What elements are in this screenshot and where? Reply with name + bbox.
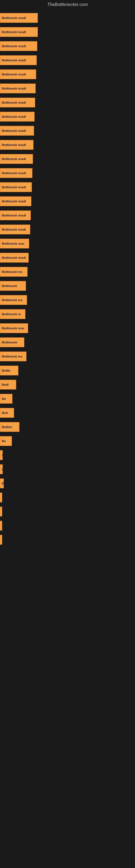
bottleneck-bar[interactable]: | bbox=[0, 450, 3, 460]
bar-row: Bottleneck res bbox=[0, 293, 135, 307]
bar-label: Bottleneck resu bbox=[2, 242, 24, 245]
bar-row: Bott bbox=[0, 406, 135, 420]
bottleneck-bar[interactable]: Bottleneck result bbox=[0, 140, 34, 150]
bottleneck-bar[interactable]: Bottl bbox=[0, 380, 16, 390]
bar-label: Bottleneck result bbox=[2, 157, 26, 161]
bottleneck-bar[interactable]: Bottleneck resu bbox=[0, 323, 28, 333]
bar-row: Bottleneck result bbox=[0, 166, 135, 180]
bar-row: Bottleneck res bbox=[0, 265, 135, 279]
bottleneck-bar[interactable]: Bottleneck bbox=[0, 281, 26, 291]
bar-row: Bottleneck resu bbox=[0, 321, 135, 335]
bar-label: Bottleneck result bbox=[2, 16, 26, 20]
bar-label: | bbox=[2, 468, 3, 471]
bar-label: Bottl bbox=[2, 383, 9, 386]
bottleneck-bar[interactable]: B bbox=[0, 478, 4, 488]
bar-row: Bottleneck result bbox=[0, 194, 135, 208]
bottleneck-bar[interactable]: Bottleneck result bbox=[0, 182, 32, 192]
bar-label: Bottleneck result bbox=[2, 172, 26, 175]
bar-row: Bottleneck result bbox=[0, 11, 135, 25]
bar-row: Bottleneck result bbox=[0, 67, 135, 82]
bar-label: Bottleneck result bbox=[2, 73, 26, 76]
bar-row: Bo bbox=[0, 392, 135, 406]
bar-row: Bottleneck result bbox=[0, 180, 135, 194]
bottleneck-bar[interactable]: Bottleneck resu bbox=[0, 239, 29, 248]
bar-row: Bottle bbox=[0, 364, 135, 378]
bottleneck-bar[interactable]: Bottleneck result bbox=[0, 55, 37, 65]
bar-label: Bottleneck result bbox=[2, 199, 26, 203]
bar-row: Bottleneck result bbox=[0, 82, 135, 95]
bar-label: Bottleneck result bbox=[2, 115, 26, 118]
bar-label: Bottleneck result bbox=[2, 256, 26, 259]
bar-label: Bottleneck bbox=[2, 341, 17, 344]
bar-row: Bottleneck result bbox=[0, 53, 135, 67]
bar-row bbox=[0, 490, 135, 504]
bar-label: Bottlen bbox=[2, 425, 12, 429]
bar-label: Bo bbox=[2, 439, 6, 443]
bar-label: Bottleneck result bbox=[2, 87, 26, 90]
bottleneck-bar[interactable] bbox=[0, 493, 2, 502]
bar-label: Bottleneck re bbox=[2, 312, 21, 316]
bar-row: Bottleneck result bbox=[0, 124, 135, 138]
bar-row: Bottl bbox=[0, 378, 135, 392]
bottleneck-bar[interactable]: Bottleneck result bbox=[0, 211, 31, 220]
bottleneck-bar[interactable]: Bottlen bbox=[0, 422, 19, 432]
bottleneck-bar[interactable] bbox=[0, 507, 2, 517]
bar-label: Bottleneck result bbox=[2, 44, 26, 48]
bottleneck-bar[interactable]: Bott bbox=[0, 408, 14, 418]
bottleneck-bar[interactable]: Bo bbox=[0, 436, 12, 446]
bar-row: Bottleneck bbox=[0, 335, 135, 349]
bar-label: Bottleneck result bbox=[2, 30, 26, 34]
bottleneck-bar[interactable]: Bottleneck result bbox=[0, 154, 33, 164]
bottleneck-bar[interactable]: Bottleneck result bbox=[0, 41, 37, 51]
bar-row: Bottleneck result bbox=[0, 251, 135, 265]
bottleneck-bar[interactable]: Bottleneck result bbox=[0, 69, 36, 79]
bar-row: Bottleneck result bbox=[0, 138, 135, 152]
bar-label: Bottleneck resu bbox=[2, 327, 24, 330]
bar-row: | bbox=[0, 462, 135, 476]
bar-label: Bottleneck result bbox=[2, 59, 26, 62]
bar-row: Bottleneck result bbox=[0, 39, 135, 53]
bar-label: Bottleneck result bbox=[2, 143, 26, 147]
bar-row: Bottleneck result bbox=[0, 25, 135, 39]
bottleneck-bar[interactable]: Bottleneck res bbox=[0, 267, 28, 277]
bar-row bbox=[0, 533, 135, 547]
bottleneck-bar[interactable]: Bottle bbox=[0, 366, 18, 375]
bar-row: Bottleneck result bbox=[0, 110, 135, 124]
bottleneck-bar[interactable]: Bottleneck res bbox=[0, 351, 27, 361]
bottleneck-bar[interactable]: Bottleneck result bbox=[0, 13, 38, 23]
bars-container: Bottleneck resultBottleneck resultBottle… bbox=[0, 8, 135, 550]
bottleneck-bar[interactable]: Bottleneck result bbox=[0, 98, 35, 107]
bar-label: Bo bbox=[2, 397, 6, 400]
site-title: TheBottlenecker.com bbox=[0, 0, 135, 8]
bottleneck-bar[interactable]: Bottleneck result bbox=[0, 225, 30, 235]
bottleneck-bar[interactable]: Bottleneck result bbox=[0, 168, 32, 178]
bottleneck-bar[interactable]: Bottleneck bbox=[0, 337, 24, 347]
bar-label: Bottleneck res bbox=[2, 299, 22, 302]
bar-row: Bottleneck result bbox=[0, 152, 135, 166]
bar-label: Bottleneck result bbox=[2, 214, 26, 217]
bar-label: Bott bbox=[2, 411, 8, 414]
bottleneck-bar[interactable]: Bottleneck res bbox=[0, 295, 27, 305]
bar-label: B bbox=[2, 482, 4, 485]
bar-row: Bottleneck re bbox=[0, 307, 135, 321]
bottleneck-bar[interactable]: Bottleneck result bbox=[0, 84, 36, 93]
bottleneck-bar[interactable] bbox=[0, 521, 2, 531]
bottleneck-bar[interactable]: Bottleneck result bbox=[0, 27, 38, 37]
bottleneck-bar[interactable] bbox=[0, 535, 2, 545]
bottleneck-bar[interactable]: Bottleneck re bbox=[0, 309, 26, 319]
bar-row: Bottleneck result bbox=[0, 222, 135, 237]
bar-row bbox=[0, 504, 135, 519]
bar-label: Bottleneck result bbox=[2, 228, 26, 231]
bottleneck-bar[interactable]: Bottleneck result bbox=[0, 112, 35, 122]
bottleneck-bar[interactable]: Bottleneck result bbox=[0, 196, 31, 206]
bar-label: Bottleneck result bbox=[2, 129, 26, 132]
bottleneck-bar[interactable]: | bbox=[0, 464, 3, 474]
bar-label: | bbox=[2, 454, 3, 457]
bottleneck-bar[interactable]: Bo bbox=[0, 394, 12, 404]
bottleneck-bar[interactable]: Bottleneck result bbox=[0, 253, 29, 262]
bottleneck-bar[interactable]: Bottleneck result bbox=[0, 126, 34, 135]
bar-label: Bottleneck result bbox=[2, 186, 26, 189]
bar-row: Bottleneck res bbox=[0, 349, 135, 364]
bar-row: B bbox=[0, 476, 135, 490]
bar-row: Bottleneck bbox=[0, 279, 135, 293]
